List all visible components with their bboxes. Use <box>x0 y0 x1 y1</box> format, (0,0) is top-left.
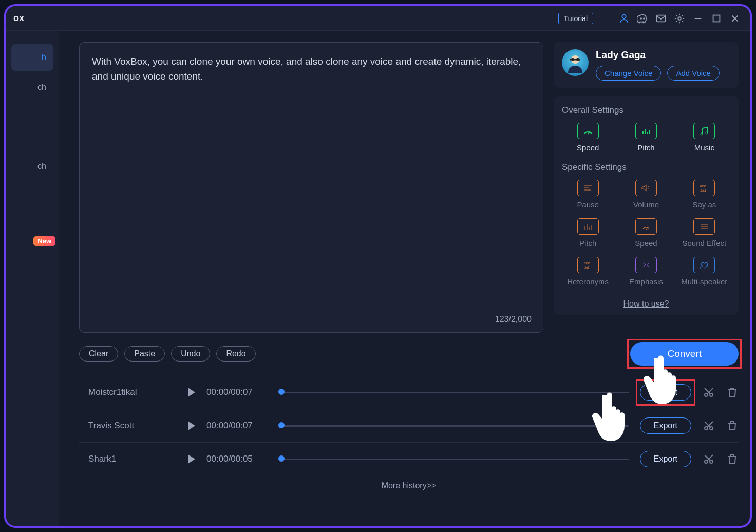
svg-point-0 <box>622 14 626 18</box>
setting-multispeaker[interactable]: Multi-speaker <box>678 257 730 286</box>
cut-icon[interactable] <box>703 386 715 398</box>
setting-music[interactable]: Music <box>678 123 730 152</box>
undo-button[interactable]: Undo <box>171 346 210 362</box>
track-row: Travis Scott 00:00/00:07 Export <box>79 409 739 443</box>
editor-toolbar: Clear Paste Undo Redo Convert <box>79 342 739 366</box>
sidebar-item-0[interactable]: h <box>11 44 53 71</box>
new-badge: New <box>33 236 55 246</box>
svg-point-1 <box>640 18 641 19</box>
setting-sayas[interactable]: abc123Say as <box>678 180 730 209</box>
svg-rect-10 <box>571 58 574 61</box>
svg-point-4 <box>678 17 681 20</box>
voice-name: Lady Gaga <box>596 49 730 61</box>
svg-text:abc: abc <box>700 184 706 188</box>
add-voice-button[interactable]: Add Voice <box>667 66 720 81</box>
sidebar-item-2[interactable]: ch <box>11 153 53 180</box>
setting-heteronyms[interactable]: abcdefHeteronyms <box>562 257 614 286</box>
tutorial-button[interactable]: Tutorial <box>558 13 593 24</box>
text-editor[interactable]: With VoxBox, you can clone your own voic… <box>79 42 543 333</box>
editor-text: With VoxBox, you can clone your own voic… <box>92 54 531 84</box>
play-icon[interactable] <box>188 388 195 397</box>
avatar <box>562 49 589 76</box>
setting-pitch[interactable]: Pitch <box>620 123 672 152</box>
overall-settings-title: Overall Settings <box>562 105 730 116</box>
change-voice-button[interactable]: Change Voice <box>596 66 661 81</box>
delete-icon[interactable] <box>726 386 739 398</box>
setting-volume[interactable]: Volume <box>620 180 672 209</box>
voice-card: Lady Gaga Change Voice Add Voice <box>554 42 739 88</box>
mail-icon[interactable] <box>653 11 669 26</box>
svg-rect-11 <box>576 58 579 61</box>
minimize-icon[interactable] <box>690 11 706 26</box>
app-window: ox Tutorial h ch ch New With VoxBox, you… <box>4 4 752 528</box>
track-row: Shark1 00:00/00:05 Export <box>79 443 739 476</box>
track-time: 00:00/00:07 <box>206 387 267 397</box>
svg-text:def: def <box>584 265 589 269</box>
track-slider[interactable] <box>278 458 629 461</box>
play-icon[interactable] <box>188 454 195 464</box>
app-name: ox <box>13 13 24 24</box>
setting-pause[interactable]: Pause <box>562 180 614 209</box>
how-to-use-link[interactable]: How to use? <box>562 296 730 311</box>
separator <box>608 12 608 25</box>
track-time: 00:00/00:07 <box>206 421 267 431</box>
more-history-link[interactable]: More history>> <box>79 476 739 490</box>
main-area: With VoxBox, you can clone your own voic… <box>59 31 750 526</box>
play-icon[interactable] <box>188 421 195 430</box>
char-count: 123/2,000 <box>495 315 532 324</box>
cut-icon[interactable] <box>703 453 715 465</box>
redo-button[interactable]: Redo <box>216 346 255 362</box>
clear-button[interactable]: Clear <box>79 346 118 362</box>
setting-emphasis[interactable]: Emphasis <box>620 257 672 286</box>
paste-button[interactable]: Paste <box>124 346 165 362</box>
track-slider[interactable] <box>278 391 629 394</box>
delete-icon[interactable] <box>726 453 739 465</box>
export-button[interactable]: Export <box>640 417 691 434</box>
convert-button[interactable]: Convert <box>630 342 739 366</box>
track-time: 00:00/00:05 <box>206 454 267 464</box>
gear-icon[interactable] <box>672 11 687 26</box>
sidebar-item-1[interactable]: ch <box>11 74 53 101</box>
maximize-icon[interactable] <box>709 11 724 26</box>
sidebar: h ch ch New <box>6 31 59 526</box>
track-name: Travis Scott <box>79 421 177 431</box>
svg-point-34 <box>701 262 704 265</box>
track-row: Moistcr1tikal 00:00/00:07 Export <box>79 376 739 409</box>
settings-panel: Overall Settings Speed Pitch Music Speci… <box>554 96 739 315</box>
titlebar: ox Tutorial <box>6 6 750 31</box>
svg-point-35 <box>705 262 708 265</box>
export-button[interactable]: Export <box>640 384 691 401</box>
setting-pitch2[interactable]: Pitch <box>562 218 614 248</box>
user-icon[interactable] <box>616 11 632 26</box>
track-name: Moistcr1tikal <box>79 387 177 397</box>
setting-speed[interactable]: Speed <box>562 123 614 152</box>
delete-icon[interactable] <box>726 420 739 432</box>
track-name: Shark1 <box>79 454 177 464</box>
cut-icon[interactable] <box>703 420 715 432</box>
specific-settings-title: Specific Settings <box>562 162 730 173</box>
history-list: Moistcr1tikal 00:00/00:07 Export Travis … <box>79 376 739 521</box>
svg-text:abc: abc <box>584 261 590 265</box>
setting-soundeffect[interactable]: Sound Effect <box>678 218 730 248</box>
export-button[interactable]: Export <box>640 451 691 467</box>
svg-rect-6 <box>713 15 720 22</box>
discord-icon[interactable] <box>635 11 650 26</box>
track-slider[interactable] <box>278 424 629 427</box>
svg-point-2 <box>644 18 645 19</box>
close-icon[interactable] <box>727 11 743 26</box>
svg-text:123: 123 <box>700 188 706 192</box>
setting-speed2[interactable]: Speed <box>620 218 672 248</box>
